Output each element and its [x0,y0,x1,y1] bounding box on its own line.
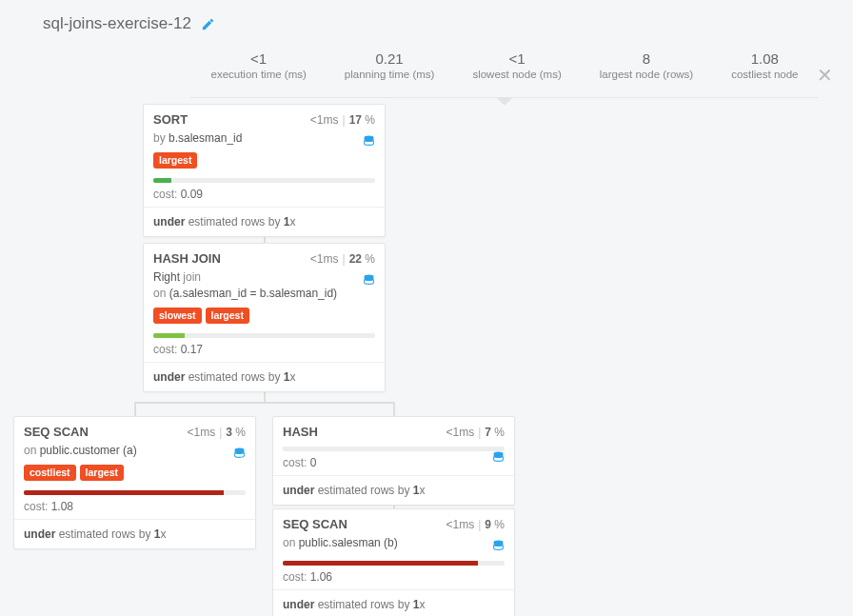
database-icon [363,134,375,148]
stat-costliest-node: 1.08 costliest node [731,50,798,80]
node-op: HASH JOIN [153,251,221,266]
node-foot: under estimated rows by 1x [273,475,514,505]
close-icon[interactable]: ✕ [817,64,833,87]
node-op: HASH [283,425,318,439]
database-icon [363,273,375,287]
node-foot: under estimated rows by 1x [144,362,385,391]
cost-row: cost: 0 [283,456,505,469]
cost-bar [283,447,505,451]
plan-node-seqscan-salesman[interactable]: SEQ SCAN <1ms|9 % on public.salesman (b)… [272,508,515,616]
connector [134,402,393,404]
connector [393,402,395,417]
node-op: SORT [153,112,188,127]
tag-slowest: slowest [153,308,202,324]
node-foot: under estimated rows by 1x [144,207,385,236]
page-header: sql-joins-exercise-12 [0,0,853,43]
node-desc: on public.customer (a) [24,443,246,459]
node-time: <1ms|3 % [187,426,246,439]
cost-bar [283,561,505,566]
cost-row: cost: 1.08 [24,500,246,513]
node-time: <1ms|17 % [310,113,375,127]
plan-node-hash-join[interactable]: HASH JOIN <1ms|22 % Right join on (a.sal… [143,243,386,392]
cost-bar [153,333,375,338]
node-time: <1ms|7 % [446,426,505,439]
cost-row: cost: 1.06 [283,570,505,584]
stat-largest-node: 8 largest node (rows) [600,50,693,80]
node-desc: Right join on (a.salesman_id = b.salesma… [153,269,375,302]
node-foot: under estimated rows by 1x [14,519,255,548]
plan-node-sort[interactable]: SORT <1ms|17 % by b.salesman_id largest … [143,104,386,237]
tag-largest: largest [206,308,249,324]
database-icon [492,539,505,552]
tag-largest: largest [153,152,197,169]
tag-largest: largest [80,465,124,481]
stat-planning-time: 0.21 planning time (ms) [345,50,435,80]
connector [134,402,136,417]
cost-row: cost: 0.09 [153,188,375,201]
node-time: <1ms|9 % [446,518,505,531]
tag-costliest: costliest [24,465,76,481]
stat-execution-time: <1 execution time (ms) [210,50,306,80]
page-title: sql-joins-exercise-12 [43,14,191,33]
node-op: SEQ SCAN [283,517,347,531]
node-desc: on public.salesman (b) [283,535,505,551]
database-icon [492,450,505,464]
node-desc: by b.salesman_id [153,130,375,147]
stat-slowest-node: <1 slowest node (ms) [472,50,561,80]
stats-bar: <1 execution time (ms) 0.21 planning tim… [190,43,819,98]
plan-tree: SORT <1ms|17 % by b.salesman_id largest … [0,98,853,111]
cost-bar [24,490,246,495]
node-time: <1ms|22 % [310,252,375,266]
edit-icon[interactable] [201,17,215,31]
database-icon [233,447,246,460]
node-op: SEQ SCAN [24,425,89,439]
node-foot: under estimated rows by 1x [273,589,514,616]
plan-node-hash[interactable]: HASH <1ms|7 % cost: 0 under estimated ro… [272,416,515,506]
cost-bar [153,178,375,183]
cost-row: cost: 0.17 [153,343,375,356]
plan-node-seqscan-customer[interactable]: SEQ SCAN <1ms|3 % on public.customer (a)… [13,416,256,549]
